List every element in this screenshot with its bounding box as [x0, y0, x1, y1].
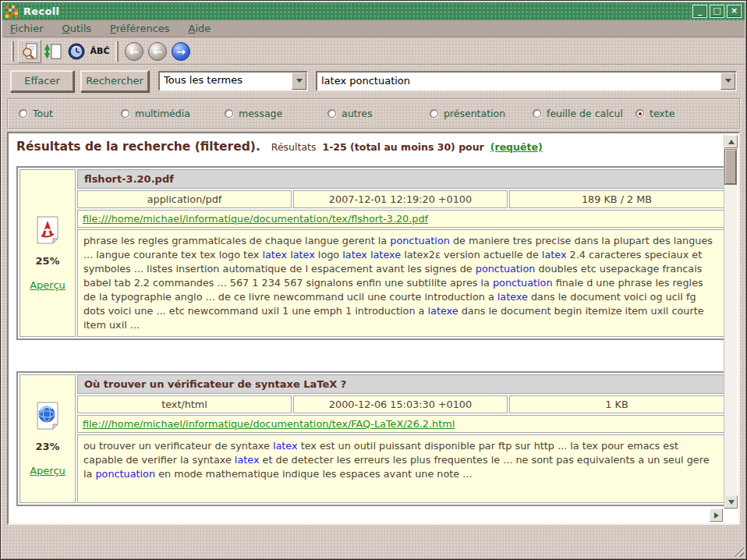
result-side-cell: 23% Aperçu — [19, 374, 76, 503]
window-title: Recoll — [23, 5, 59, 17]
search-mode-combobox[interactable]: Tous les termes — [158, 71, 308, 91]
prev-page-icon: ← — [125, 42, 143, 61]
search-input[interactable] — [317, 73, 720, 90]
chevron-down-icon[interactable] — [292, 73, 306, 90]
arrow-right-icon — [714, 512, 719, 519]
next-page-icon: → — [172, 42, 190, 61]
sort-by-dates-button[interactable] — [41, 40, 65, 63]
search-button[interactable]: Rechercher — [80, 70, 149, 92]
relevance-percent: 23% — [22, 441, 73, 452]
vertical-scrollbar[interactable] — [724, 135, 737, 509]
close-button[interactable]: × — [727, 5, 742, 18]
filter-radio-autres[interactable]: autres — [327, 108, 430, 119]
recoll-window: Recoll _ □ × Fichier Outils Préférences … — [0, 0, 747, 560]
resize-grip[interactable] — [733, 546, 744, 557]
filter-radio-tout[interactable]: Tout — [19, 108, 121, 119]
result-side-cell: 25% Aperçu — [19, 169, 76, 337]
menubar: Fichier Outils Préférences Aide — [2, 20, 745, 37]
results-panel: Résultats de la recherche (filtered). Ré… — [7, 132, 740, 525]
result-url-link[interactable]: file:///home/michael/informatique/docume… — [83, 418, 455, 430]
result-title: Où trouver un vérificateur de syntaxe La… — [77, 374, 724, 394]
result-mimetype: text/html — [77, 395, 292, 413]
maximize-button[interactable]: □ — [710, 5, 724, 18]
clear-button[interactable]: Effacer — [10, 70, 74, 92]
scroll-right-arrow[interactable] — [710, 509, 723, 522]
toolbar-handle[interactable] — [11, 41, 14, 62]
result-snippet: phrase les regles grammaticales de chaqu… — [77, 229, 724, 337]
html-file-icon — [34, 401, 61, 431]
results-title: Résultats de la recherche (filtered). — [16, 140, 260, 154]
menu-outils[interactable]: Outils — [62, 23, 92, 34]
result-item: 25% Aperçu flshort-3.20.pdf application/… — [16, 166, 724, 340]
preview-link[interactable]: Aperçu — [30, 465, 65, 477]
chevron-down-icon[interactable] — [720, 73, 735, 90]
filter-radio-multimedia[interactable]: multimédia — [121, 108, 225, 119]
results-count-range: 1-25 (total au moins 30) pour — [322, 141, 483, 153]
menu-aide[interactable]: Aide — [189, 23, 211, 34]
document-preview-icon — [20, 42, 39, 61]
result-title: flshort-3.20.pdf — [77, 169, 724, 189]
radio-icon — [121, 109, 129, 118]
result-mimetype: application/pdf — [77, 190, 292, 208]
radio-icon — [533, 109, 541, 118]
results-content: Résultats de la recherche (filtered). Ré… — [9, 133, 724, 509]
sort-by-dates-icon — [44, 42, 62, 61]
radio-icon — [225, 109, 233, 118]
toolbar-handle[interactable] — [115, 41, 119, 62]
app-icon — [5, 5, 18, 18]
query-combobox[interactable] — [316, 71, 737, 91]
arrow-up-icon — [728, 140, 735, 144]
filter-category-bar: Tout multimédia message autres présentat… — [7, 98, 740, 129]
filter-radio-message[interactable]: message — [225, 108, 327, 119]
history-icon — [67, 42, 86, 61]
vertical-scrollbar-thumb[interactable] — [725, 150, 736, 184]
radio-icon — [430, 109, 438, 118]
menu-preferences[interactable]: Préférences — [110, 23, 169, 34]
preview-link[interactable]: Aperçu — [30, 279, 65, 291]
result-size: 189 KB / 2 MB — [509, 190, 724, 208]
filter-radio-presentation[interactable]: présentation — [430, 108, 533, 119]
search-mode-value: Tous les termes — [160, 73, 292, 90]
results-count-prefix: Résultats — [271, 141, 317, 153]
result-size: 1 KB — [509, 395, 724, 413]
titlebar[interactable]: Recoll _ □ × — [2, 2, 745, 20]
relevance-percent: 25% — [22, 255, 73, 267]
radio-icon — [19, 109, 27, 118]
result-item: 23% Aperçu Où trouver un vérificateur de… — [16, 371, 724, 506]
term-explorer-icon: ÂBĈ — [90, 46, 110, 56]
filter-radio-texte[interactable]: texte — [635, 108, 674, 119]
scroll-up-arrow[interactable] — [724, 135, 738, 148]
result-snippet: ou trouver un verificateur de syntaxe la… — [77, 434, 724, 503]
result-date: 2007-12-01 12:19:20 +0100 — [293, 190, 508, 208]
arrow-down-icon — [728, 500, 735, 505]
term-explorer-button[interactable]: ÂBĈ — [88, 40, 112, 63]
history-button[interactable] — [65, 40, 88, 63]
minimize-button[interactable]: _ — [692, 5, 707, 18]
next-page-button[interactable]: → — [169, 40, 193, 63]
prev-page-icon: ← — [148, 42, 167, 61]
scroll-down-arrow[interactable] — [724, 495, 738, 509]
toolbar: ÂBĈ ← ← → — [2, 38, 745, 65]
first-page-button[interactable]: ← — [122, 40, 146, 63]
menu-fichier[interactable]: Fichier — [10, 23, 44, 34]
radio-icon — [327, 109, 336, 118]
results-header: Résultats de la recherche (filtered). Ré… — [13, 140, 724, 154]
result-url-link[interactable]: file:///home/michael/informatique/docume… — [83, 213, 428, 225]
pdf-file-icon — [34, 215, 61, 245]
result-date: 2000-12-06 15:03:30 +0100 — [293, 395, 508, 413]
filter-radio-feuille-de-calcul[interactable]: feuille de calcul — [533, 108, 635, 119]
radio-icon — [635, 109, 644, 118]
query-link[interactable]: (requête) — [490, 141, 543, 153]
prev-page-button[interactable]: ← — [146, 40, 169, 63]
document-preview-button[interactable] — [18, 40, 41, 63]
search-row: Effacer Rechercher Tous les termes — [10, 69, 737, 92]
